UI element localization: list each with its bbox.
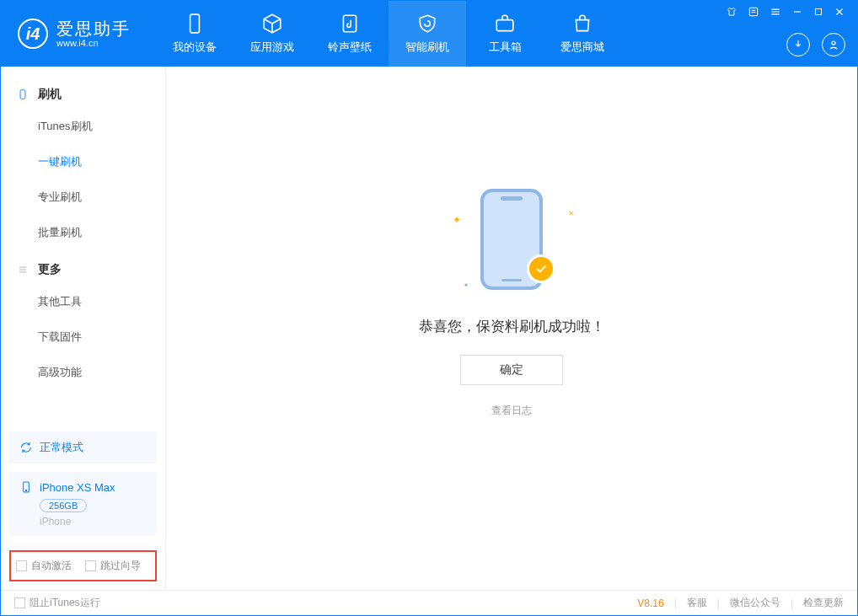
tab-label: 我的设备: [173, 40, 217, 55]
app-subtitle: www.i4.cn: [56, 38, 131, 48]
main-content: ✦ + • 恭喜您，保资料刷机成功啦！ 确定 查看日志: [166, 67, 857, 590]
svg-rect-1: [343, 15, 356, 32]
svg-rect-0: [190, 14, 200, 33]
ok-button[interactable]: 确定: [460, 355, 563, 385]
menu-icon[interactable]: [770, 6, 781, 18]
svg-point-5: [832, 41, 835, 45]
tab-label: 应用游戏: [250, 40, 294, 55]
sidebar-item-batch-flash[interactable]: 批量刷机: [16, 215, 150, 250]
app-logo: i4 爱思助手 www.i4.cn: [18, 19, 131, 49]
checkmark-badge-icon: [527, 254, 555, 283]
tab-my-device[interactable]: 我的设备: [156, 1, 233, 67]
tab-label: 工具箱: [489, 40, 522, 55]
titlebar: i4 爱思助手 www.i4.cn 我的设备 应用游戏 铃声壁纸 智能刷机 工具…: [1, 1, 857, 67]
maximize-button[interactable]: [813, 6, 823, 18]
bag-icon: [571, 13, 593, 35]
svg-rect-6: [20, 90, 25, 99]
checkbox-label: 自动激活: [31, 559, 72, 573]
tab-ringtones[interactable]: 铃声壁纸: [311, 1, 389, 67]
highlighted-options: 自动激活 跳过向导: [9, 550, 157, 581]
music-file-icon: [339, 13, 361, 35]
checkbox-label: 阻止iTunes运行: [29, 596, 100, 610]
sidebar-item-itunes-flash[interactable]: iTunes刷机: [16, 109, 150, 144]
cube-icon: [261, 13, 283, 35]
tab-apps-games[interactable]: 应用游戏: [233, 1, 311, 67]
list-icon: [16, 263, 29, 276]
sidebar-header-label: 更多: [38, 262, 62, 277]
list-icon[interactable]: [748, 6, 759, 18]
tab-store[interactable]: 爱思商城: [544, 1, 621, 67]
check-update-link[interactable]: 检查更新: [803, 596, 844, 610]
view-log-link[interactable]: 查看日志: [491, 404, 532, 418]
device-capacity: 256GB: [40, 499, 87, 512]
mode-card[interactable]: 正常模式: [9, 431, 157, 463]
statusbar: 阻止iTunes运行 V8.16 | 客服 | 微信公众号 | 检查更新: [1, 590, 857, 615]
sidebar-item-other-tools[interactable]: 其他工具: [16, 284, 150, 319]
device-type: iPhone: [40, 516, 147, 528]
checkbox-icon: [14, 597, 25, 608]
tab-label: 铃声壁纸: [328, 40, 372, 55]
sidebar-item-advanced[interactable]: 高级功能: [16, 355, 150, 390]
shirt-icon[interactable]: [726, 6, 737, 18]
success-illustration: ✦ + •: [444, 189, 579, 298]
checkbox-icon: [85, 560, 96, 571]
svg-rect-4: [816, 9, 822, 15]
svg-rect-3: [749, 8, 757, 15]
checkbox-skip-guide[interactable]: 跳过向导: [85, 559, 141, 573]
separator: |: [791, 597, 793, 609]
checkbox-label: 跳过向导: [100, 559, 141, 573]
mode-label: 正常模式: [40, 440, 83, 455]
close-button[interactable]: [834, 6, 845, 18]
support-link[interactable]: 客服: [687, 596, 707, 610]
success-message: 恭喜您，保资料刷机成功啦！: [419, 317, 605, 336]
device-icon: [16, 88, 29, 101]
account-button[interactable]: [822, 33, 845, 56]
phone-icon: [184, 13, 206, 35]
logo-icon: i4: [18, 19, 48, 49]
version-label: V8.16: [637, 597, 663, 609]
sidebar-section-more: 更多: [16, 262, 150, 277]
device-name: iPhone XS Max: [40, 481, 115, 494]
device-card[interactable]: iPhone XS Max 256GB iPhone: [9, 472, 157, 536]
checkbox-auto-activate[interactable]: 自动激活: [16, 559, 72, 573]
sidebar-item-download-firmware[interactable]: 下载固件: [16, 319, 150, 355]
sidebar-header-label: 刷机: [38, 87, 62, 102]
sparkle-icon: •: [464, 280, 468, 292]
wechat-link[interactable]: 微信公众号: [730, 596, 780, 610]
svg-point-8: [25, 490, 26, 490]
shield-refresh-icon: [416, 13, 438, 35]
tab-label: 爱思商城: [560, 40, 604, 55]
checkbox-block-itunes[interactable]: 阻止iTunes运行: [14, 596, 100, 610]
sparkle-icon: +: [565, 206, 577, 219]
window-controls: [726, 6, 845, 18]
sidebar: 刷机 iTunes刷机 一键刷机 专业刷机 批量刷机 更多 其他工具 下载固件 …: [1, 67, 166, 590]
checkbox-icon: [16, 560, 27, 571]
svg-rect-2: [496, 20, 513, 31]
sidebar-item-oneclick-flash[interactable]: 一键刷机: [16, 144, 150, 179]
briefcase-icon: [494, 13, 516, 35]
tab-smart-flash[interactable]: 智能刷机: [389, 1, 466, 67]
tab-toolbox[interactable]: 工具箱: [466, 1, 544, 67]
main-tabs: 我的设备 应用游戏 铃声壁纸 智能刷机 工具箱 爱思商城: [156, 1, 621, 67]
sync-icon: [19, 441, 33, 454]
phone-icon: [19, 480, 33, 494]
tab-label: 智能刷机: [405, 40, 449, 55]
sparkle-icon: ✦: [453, 214, 461, 226]
download-button[interactable]: [786, 33, 810, 56]
separator: |: [674, 597, 677, 609]
sidebar-section-flash: 刷机: [16, 87, 150, 102]
app-title: 爱思助手: [56, 19, 131, 38]
sidebar-item-pro-flash[interactable]: 专业刷机: [16, 179, 150, 215]
minimize-button[interactable]: [791, 6, 803, 18]
separator: |: [717, 597, 720, 609]
